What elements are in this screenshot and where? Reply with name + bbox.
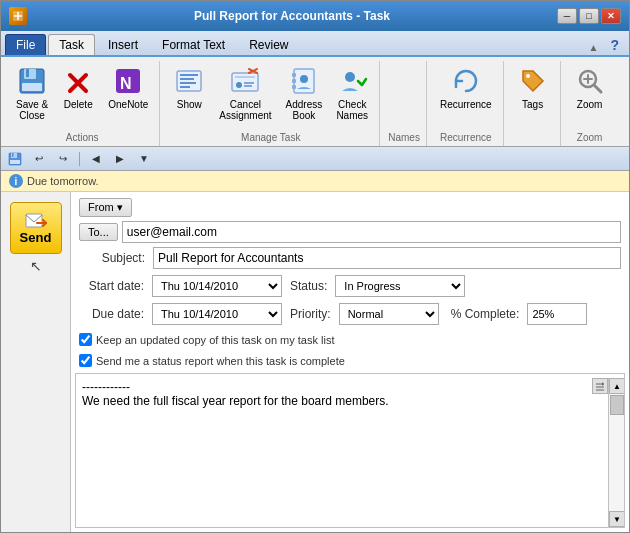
check-names-icon [336, 65, 368, 97]
help-button[interactable]: ? [604, 35, 625, 55]
due-date-select[interactable]: Thu 10/14/2010 [152, 303, 282, 325]
qat-back-button[interactable]: ◀ [86, 150, 106, 168]
subject-input[interactable] [153, 247, 621, 269]
svg-rect-27 [12, 153, 14, 157]
svg-point-13 [236, 82, 242, 88]
recurrence-icon [450, 65, 482, 97]
window-controls: ─ □ ✕ [557, 8, 621, 24]
delete-icon [62, 65, 94, 97]
zoom-icon [574, 65, 606, 97]
body-area-wrapper: ▲ ▼ ------------ We need the full fiscal… [75, 373, 625, 528]
svg-rect-11 [180, 86, 190, 88]
from-button[interactable]: From ▾ [79, 198, 132, 217]
minimize-button[interactable]: ─ [557, 8, 577, 24]
delete-label: Delete [64, 99, 93, 110]
scroll-thumb[interactable] [610, 395, 624, 415]
ribbon-group-zoom: Zoom Zoom [563, 61, 617, 146]
qat-separator [79, 152, 80, 166]
scroll-down-button[interactable]: ▼ [609, 511, 625, 527]
svg-text:N: N [120, 75, 132, 92]
tab-file[interactable]: File [5, 34, 46, 55]
send-button[interactable]: Send [10, 202, 62, 254]
start-status-row: Start date: Thu 10/14/2010 Status: In Pr… [79, 275, 621, 297]
due-bar: i Due tomorrow. [1, 171, 629, 192]
show-button[interactable]: Show [168, 61, 210, 114]
ribbon-tab-bar: File Task Insert Format Text Review ▲ ? [1, 31, 629, 57]
svg-rect-28 [10, 160, 20, 164]
zoom-button[interactable]: Zoom [569, 61, 611, 114]
svg-rect-16 [292, 79, 296, 83]
svg-rect-12 [232, 73, 258, 91]
keep-copy-label: Keep an updated copy of this task on my … [96, 334, 334, 346]
status-report-checkbox[interactable] [79, 354, 92, 367]
priority-label: Priority: [290, 307, 331, 321]
tags-button[interactable]: Tags [512, 61, 554, 114]
svg-rect-17 [292, 85, 296, 89]
check-names-button[interactable]: CheckNames [331, 61, 373, 125]
zoom-label: Zoom [577, 99, 603, 110]
svg-rect-26 [11, 153, 17, 158]
tags-icon [517, 65, 549, 97]
svg-rect-3 [26, 69, 29, 77]
priority-select[interactable]: Normal Low High [339, 303, 439, 325]
ribbon-group-zoom-items: Zoom [569, 61, 611, 130]
status-select[interactable]: In Progress Not Started Completed Waitin… [335, 275, 465, 297]
window-title: Pull Report for Accountants - Task [27, 9, 557, 23]
ribbon-group-recurrence: Recurrence Recurrence [429, 61, 504, 146]
task-form: Send ↖ From ▾ To... Subject: [1, 192, 629, 532]
recurrence-button[interactable]: Recurrence [435, 61, 497, 114]
onenote-button[interactable]: N OneNote [103, 61, 153, 114]
due-date-label: Due date: [79, 307, 144, 321]
complete-input[interactable] [527, 303, 587, 325]
ribbon-group-manage-items: Show CancelAssignment [168, 61, 373, 130]
qat-redo-button[interactable]: ↪ [53, 150, 73, 168]
delete-button[interactable]: Delete [57, 61, 99, 114]
complete-label: % Complete: [451, 307, 520, 321]
cancel-assignment-label: CancelAssignment [219, 99, 271, 121]
main-window: Pull Report for Accountants - Task ─ □ ✕… [0, 0, 630, 533]
title-bar: Pull Report for Accountants - Task ─ □ ✕ [1, 1, 629, 31]
qat-undo-button[interactable]: ↩ [29, 150, 49, 168]
tab-format-text[interactable]: Format Text [151, 34, 236, 55]
to-button[interactable]: To... [79, 223, 118, 241]
subject-label: Subject: [79, 251, 149, 265]
close-button[interactable]: ✕ [601, 8, 621, 24]
svg-point-20 [526, 74, 530, 78]
svg-rect-8 [180, 74, 198, 76]
collapse-ribbon-button[interactable]: ▲ [585, 40, 603, 55]
ribbon-group-manage-task: Show CancelAssignment [162, 61, 380, 146]
checkbox2-row: Send me a status report when this task i… [79, 354, 621, 367]
svg-rect-2 [24, 69, 36, 79]
format-options-button[interactable] [592, 378, 608, 394]
address-book-button[interactable]: AddressBook [281, 61, 328, 125]
tab-insert[interactable]: Insert [97, 34, 149, 55]
send-label: Send [20, 230, 52, 245]
cancel-assignment-button[interactable]: CancelAssignment [214, 61, 276, 125]
ribbon: Save &Close Delete N [1, 57, 629, 147]
to-input[interactable] [122, 221, 621, 243]
scroll-up-button[interactable]: ▲ [609, 378, 625, 394]
body-textarea[interactable]: ------------ We need the full fiscal yea… [76, 374, 608, 527]
maximize-button[interactable]: □ [579, 8, 599, 24]
tab-task[interactable]: Task [48, 34, 95, 55]
ribbon-group-tags: Tags [506, 61, 561, 146]
start-date-label: Start date: [79, 279, 144, 293]
tab-review[interactable]: Review [238, 34, 299, 55]
svg-rect-4 [22, 83, 42, 91]
svg-rect-29 [26, 214, 42, 227]
start-date-select[interactable]: Thu 10/14/2010 [152, 275, 282, 297]
ribbon-group-actions-items: Save &Close Delete N [11, 61, 153, 130]
keep-copy-checkbox[interactable] [79, 333, 92, 346]
address-book-label: AddressBook [286, 99, 323, 121]
check-names-label: CheckNames [336, 99, 368, 121]
qat-forward-button[interactable]: ▶ [110, 150, 130, 168]
recurrence-label: Recurrence [440, 99, 492, 110]
actions-group-label: Actions [66, 130, 99, 146]
names-group-label: Names [388, 130, 420, 146]
ribbon-group-tags-items: Tags [512, 61, 554, 141]
zoom-group-label: Zoom [577, 130, 603, 146]
save-close-button[interactable]: Save &Close [11, 61, 53, 125]
ribbon-group-actions: Save &Close Delete N [5, 61, 160, 146]
qat-save-button[interactable] [5, 150, 25, 168]
qat-customize-button[interactable]: ▼ [134, 150, 154, 168]
